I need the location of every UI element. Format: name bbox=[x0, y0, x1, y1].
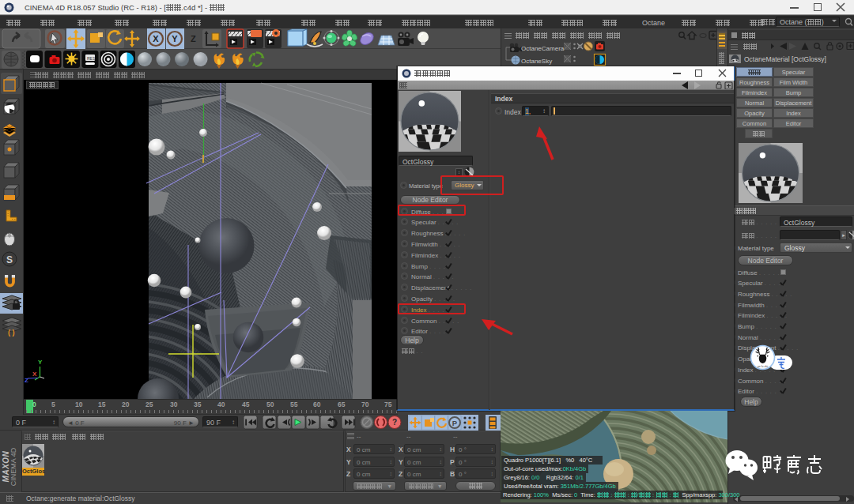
svg-text:S: S bbox=[6, 254, 13, 265]
svg-text:Y: Y bbox=[38, 359, 43, 366]
svg-text:Z: Z bbox=[191, 34, 196, 43]
svg-text:Y: Y bbox=[172, 34, 178, 43]
svg-text:OctaneCamera: OctaneCamera bbox=[521, 45, 565, 52]
svg-text:RES: RES bbox=[87, 56, 96, 61]
svg-text:X: X bbox=[32, 370, 37, 378]
svg-text:Z: Z bbox=[25, 377, 28, 384]
svg-text:?: ? bbox=[392, 418, 397, 427]
svg-text:X: X bbox=[153, 34, 159, 43]
svg-text:ye lu zhi: ye lu zhi bbox=[758, 365, 768, 368]
svg-text:OctaneSky: OctaneSky bbox=[521, 58, 552, 65]
svg-text:( ): ( ) bbox=[8, 329, 15, 337]
svg-text:P: P bbox=[452, 419, 458, 427]
